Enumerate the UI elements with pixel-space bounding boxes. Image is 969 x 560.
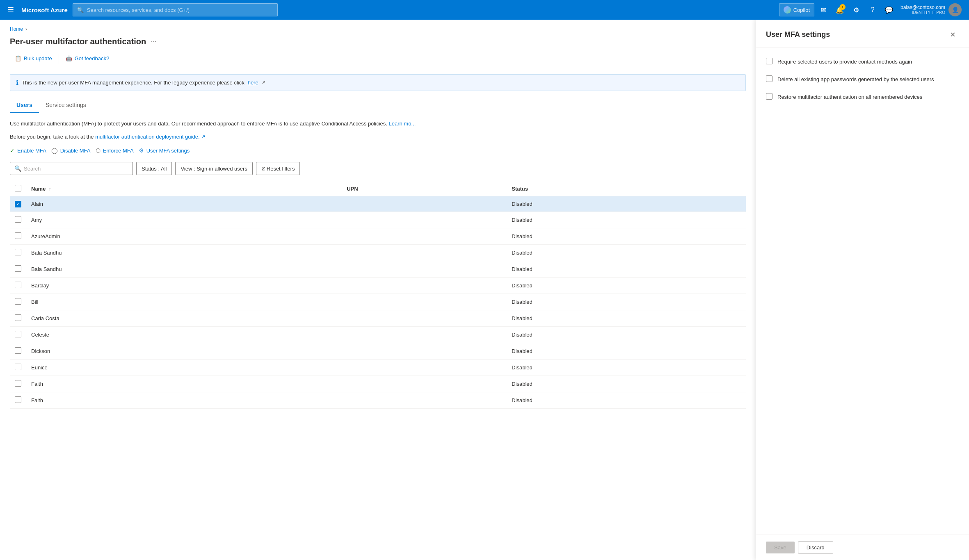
row-status: Disabled bbox=[507, 343, 746, 359]
enforce-mfa-icon: ⬡ bbox=[96, 147, 101, 154]
disable-mfa-label: Disable MFA bbox=[60, 148, 91, 154]
table-row[interactable]: Bala SandhuDisabled bbox=[10, 261, 746, 277]
settings-button[interactable]: ⚙ bbox=[849, 2, 864, 17]
row-checkbox[interactable] bbox=[15, 232, 21, 239]
status-filter-label: Status : All bbox=[142, 166, 167, 172]
user-mfa-settings-icon: ⚙ bbox=[139, 147, 144, 154]
reset-filters-button[interactable]: ⧖ Reset filters bbox=[256, 162, 300, 175]
row-name: Alain bbox=[26, 196, 342, 212]
row-checkbox[interactable] bbox=[15, 331, 21, 337]
status-column-header[interactable]: Status bbox=[507, 182, 746, 196]
row-upn bbox=[342, 310, 507, 326]
user-profile-button[interactable]: balas@contoso.com IDENTITY IT PRO 👤 bbox=[898, 2, 964, 18]
row-checkbox[interactable] bbox=[15, 216, 21, 223]
search-input-wrap[interactable]: 🔍 bbox=[10, 162, 133, 175]
notifications-button[interactable]: 🔔 1 bbox=[832, 2, 847, 17]
upn-column-header[interactable]: UPN bbox=[342, 182, 507, 196]
row-status: Disabled bbox=[507, 228, 746, 244]
row-checkbox[interactable] bbox=[15, 314, 21, 321]
panel-option-checkbox-require-contact[interactable] bbox=[766, 58, 772, 64]
global-search-input[interactable] bbox=[87, 7, 273, 13]
status-filter-button[interactable]: Status : All bbox=[136, 162, 172, 175]
user-mfa-settings-button[interactable]: ⚙ User MFA settings bbox=[139, 146, 190, 155]
table-row[interactable]: DicksonDisabled bbox=[10, 343, 746, 359]
chat-icon: 💬 bbox=[885, 6, 893, 14]
feedback-icon: 🤖 bbox=[66, 55, 72, 61]
view-filter-label: View : Sign-in allowed users bbox=[181, 166, 247, 172]
disable-mfa-icon: ◯ bbox=[51, 147, 58, 154]
panel-option-checkbox-delete-passwords[interactable] bbox=[766, 75, 772, 82]
learn-more-link[interactable]: Learn mo... bbox=[389, 121, 416, 127]
row-status: Disabled bbox=[507, 196, 746, 212]
name-column-header[interactable]: Name ↑ bbox=[26, 182, 342, 196]
copilot-button[interactable]: Copilot bbox=[779, 3, 814, 16]
view-filter-button[interactable]: View : Sign-in allowed users bbox=[175, 162, 252, 175]
deployment-guide-link[interactable]: multifactor authentication deployment gu… bbox=[95, 134, 206, 140]
row-name: Amy bbox=[26, 212, 342, 228]
row-checkbox[interactable] bbox=[15, 396, 21, 403]
panel-body: Require selected users to provide contac… bbox=[756, 48, 969, 535]
table-row[interactable]: EuniceDisabled bbox=[10, 359, 746, 376]
save-button[interactable]: Save bbox=[766, 542, 795, 553]
feedback-button[interactable]: 🤖 Got feedback? bbox=[61, 53, 114, 64]
table-row[interactable]: Carla CostaDisabled bbox=[10, 310, 746, 326]
user-mfa-settings-label: User MFA settings bbox=[146, 148, 190, 154]
bulk-update-button[interactable]: 📋 Bulk update bbox=[10, 53, 57, 64]
enable-mfa-button[interactable]: ✓ Enable MFA bbox=[10, 146, 46, 155]
panel-close-button[interactable]: ✕ bbox=[946, 28, 959, 41]
enforce-mfa-label: Enforce MFA bbox=[103, 148, 134, 154]
tab-users[interactable]: Users bbox=[10, 98, 39, 113]
feedback-icon-button[interactable]: ✉ bbox=[816, 2, 831, 17]
help-button[interactable]: ? bbox=[865, 2, 880, 17]
tab-service-settings[interactable]: Service settings bbox=[39, 98, 93, 113]
table-row[interactable]: AmyDisabled bbox=[10, 212, 746, 228]
row-checkbox[interactable]: ✓ bbox=[15, 201, 21, 207]
row-name: Celeste bbox=[26, 326, 342, 343]
row-status: Disabled bbox=[507, 294, 746, 310]
content-area: Home › Per-user multifactor authenticati… bbox=[0, 20, 756, 560]
page-menu-icon[interactable]: ··· bbox=[150, 37, 156, 46]
bulk-update-icon: 📋 bbox=[15, 55, 21, 61]
hamburger-menu[interactable]: ☰ bbox=[5, 3, 16, 17]
row-checkbox[interactable] bbox=[15, 347, 21, 354]
row-checkbox[interactable] bbox=[15, 364, 21, 370]
panel-option-label-restore-mfa: Restore multifactor authentication on al… bbox=[777, 93, 922, 101]
table-row[interactable]: CelesteDisabled bbox=[10, 326, 746, 343]
global-search-bar[interactable]: 🔍 bbox=[73, 3, 278, 16]
row-name: Bala Sandhu bbox=[26, 261, 342, 277]
table-row[interactable]: BarclayDisabled bbox=[10, 277, 746, 294]
toolbar: 📋 Bulk update 🤖 Got feedback? bbox=[10, 53, 746, 69]
row-checkbox-cell bbox=[10, 261, 26, 277]
table-row[interactable]: FaithDisabled bbox=[10, 392, 746, 408]
row-status: Disabled bbox=[507, 326, 746, 343]
info-link[interactable]: here bbox=[248, 80, 258, 86]
disable-mfa-button[interactable]: ◯ Disable MFA bbox=[51, 146, 91, 155]
tabs: Users Service settings bbox=[10, 98, 746, 113]
table-row[interactable]: FaithDisabled bbox=[10, 376, 746, 392]
bulk-update-label: Bulk update bbox=[24, 55, 52, 61]
table-row[interactable]: AzureAdminDisabled bbox=[10, 228, 746, 244]
panel-option-checkbox-restore-mfa[interactable] bbox=[766, 93, 772, 100]
row-checkbox[interactable] bbox=[15, 249, 21, 255]
row-checkbox[interactable] bbox=[15, 265, 21, 272]
row-name: AzureAdmin bbox=[26, 228, 342, 244]
user-email: balas@contoso.com bbox=[900, 5, 945, 10]
select-all-checkbox[interactable] bbox=[15, 185, 21, 191]
row-checkbox-cell: ✓ bbox=[10, 196, 26, 212]
discard-button[interactable]: Discard bbox=[798, 542, 833, 553]
row-checkbox[interactable] bbox=[15, 380, 21, 387]
search-input[interactable] bbox=[24, 166, 128, 172]
table-row[interactable]: Bala SandhuDisabled bbox=[10, 244, 746, 261]
row-checkbox[interactable] bbox=[15, 298, 21, 305]
row-checkbox-cell bbox=[10, 359, 26, 376]
user-avatar[interactable]: 👤 bbox=[948, 3, 962, 16]
table-row[interactable]: BillDisabled bbox=[10, 294, 746, 310]
row-checkbox-cell bbox=[10, 228, 26, 244]
table-row[interactable]: ✓AlainDisabled bbox=[10, 196, 746, 212]
breadcrumb-home[interactable]: Home bbox=[10, 26, 23, 32]
copilot-icon bbox=[784, 6, 791, 14]
enforce-mfa-button[interactable]: ⬡ Enforce MFA bbox=[96, 146, 134, 155]
row-checkbox[interactable] bbox=[15, 282, 21, 288]
chat-button[interactable]: 💬 bbox=[882, 2, 896, 17]
row-status: Disabled bbox=[507, 277, 746, 294]
